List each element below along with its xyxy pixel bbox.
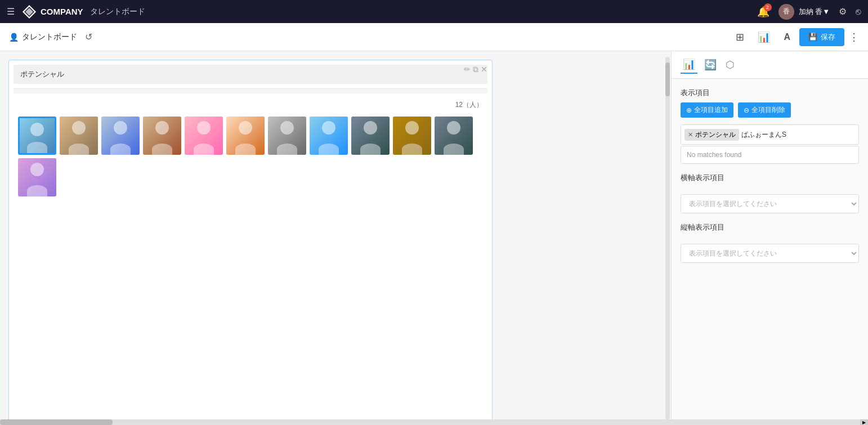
nav-title: タレントボード xyxy=(90,7,145,17)
hamburger-menu-icon[interactable]: ☰ xyxy=(7,6,15,17)
panel-content: 表示項目 ⊕ 全項目追加 ⊖ 全項目削除 ✕ ポテンシャル xyxy=(672,79,868,272)
nav-left: ☰ COMPANY タレントボード xyxy=(7,4,145,20)
list-item[interactable] xyxy=(226,117,265,155)
h-scrollbar-thumb[interactable] xyxy=(0,419,113,425)
tab-chart-icon[interactable]: 📊 xyxy=(681,56,697,74)
toolbar-center: ⊞ 📊 A xyxy=(731,29,795,46)
list-item[interactable] xyxy=(351,117,390,155)
add-all-button[interactable]: ⊕ 全項目追加 xyxy=(681,102,733,118)
logout-icon[interactable]: ⎋ xyxy=(856,7,861,17)
avatar: 香 xyxy=(778,4,794,20)
tag-value: ポテンシャル xyxy=(695,130,736,140)
v-axis-label: 縦軸表示項目 xyxy=(681,222,859,232)
content-area: ✏ ⧉ ✕ ポテンシャル 12（人） xyxy=(0,51,671,425)
list-item[interactable] xyxy=(310,117,348,155)
page-title: 👤 タレントボード xyxy=(9,32,77,42)
avatars-grid xyxy=(14,112,487,201)
add-all-label: 全項目追加 xyxy=(694,105,728,115)
company-logo: COMPANY xyxy=(21,4,83,20)
toolbar-left: 👤 タレントボード ↺ xyxy=(9,29,727,44)
more-options-button[interactable]: ⋮ xyxy=(849,31,859,43)
tag-input-area[interactable]: ✕ ポテンシャル xyxy=(681,124,859,145)
list-item[interactable] xyxy=(101,117,140,155)
board-card: ✏ ⧉ ✕ ポテンシャル 12（人） xyxy=(8,60,493,425)
scrollbar-thumb[interactable] xyxy=(665,62,670,96)
toolbar: 👤 タレントボード ↺ ⊞ 📊 A 💾 保存 ⋮ xyxy=(0,23,868,51)
save-label: 保存 xyxy=(821,32,835,42)
tag-item: ✕ ポテンシャル xyxy=(684,129,739,141)
text-view-button[interactable]: A xyxy=(779,30,795,44)
notification-bell[interactable]: 🔔 2 xyxy=(757,6,769,18)
logo-icon xyxy=(21,4,37,20)
horizontal-scrollbar[interactable]: ▶ xyxy=(0,419,868,425)
h-axis-select[interactable]: 表示項目を選択してください xyxy=(681,194,859,213)
user-name: 加納 香▼ xyxy=(799,7,830,17)
edit-icon[interactable]: ✏ xyxy=(464,65,471,74)
grid-view-button[interactable]: ⊞ xyxy=(731,29,749,46)
tab-hexagon-icon[interactable]: ⬡ xyxy=(723,56,737,73)
no-matches-text: No matches found xyxy=(681,146,858,163)
list-item[interactable] xyxy=(143,117,181,155)
undo-button[interactable]: ↺ xyxy=(83,29,95,44)
v-axis-section: 縦軸表示項目 表示項目を選択してください xyxy=(681,222,859,263)
remove-all-label: 全項目削除 xyxy=(751,105,785,115)
h-axis-section: 横軸表示項目 表示項目を選択してください xyxy=(681,173,859,213)
panel-tabs: 📊 🔄 ⬡ xyxy=(672,51,868,79)
list-item[interactable] xyxy=(18,158,56,196)
gear-icon[interactable]: ⚙ xyxy=(839,6,847,17)
copy-icon[interactable]: ⧉ xyxy=(473,65,478,74)
chart-view-button[interactable]: 📊 xyxy=(753,29,775,46)
company-name: COMPANY xyxy=(41,7,83,16)
tab-refresh-icon[interactable]: 🔄 xyxy=(702,56,719,73)
right-panel: 📊 🔄 ⬡ 表示項目 ⊕ 全項目追加 ⊖ 全項目削除 ✕ ポテンシ xyxy=(671,51,868,425)
card-actions: ✏ ⧉ ✕ xyxy=(464,65,487,74)
top-navigation: ☰ COMPANY タレントボード 🔔 2 香 加納 香▼ ⚙ ⎋ xyxy=(0,0,868,23)
tag-search-input[interactable] xyxy=(741,131,826,138)
notification-badge: 2 xyxy=(764,3,772,11)
save-button[interactable]: 💾 保存 xyxy=(799,28,844,46)
list-item[interactable] xyxy=(18,117,56,155)
remove-icon: ⊖ xyxy=(744,106,749,114)
list-item[interactable] xyxy=(435,117,473,155)
dropdown-list: No matches found xyxy=(681,146,859,164)
board-section-header: ポテンシャル xyxy=(14,65,487,84)
count-label: 12（人） xyxy=(14,98,487,112)
vertical-scrollbar[interactable] xyxy=(665,57,670,419)
remove-all-button[interactable]: ⊖ 全項目削除 xyxy=(738,102,791,118)
v-axis-select[interactable]: 表示項目を選択してください xyxy=(681,244,859,263)
page-title-text: タレントボード xyxy=(22,32,77,42)
tag-close-icon[interactable]: ✕ xyxy=(688,131,693,138)
user-menu[interactable]: 香 加納 香▼ xyxy=(778,4,830,20)
display-items-label: 表示項目 xyxy=(681,88,859,98)
list-item[interactable] xyxy=(393,117,431,155)
main-layout: ✏ ⧉ ✕ ポテンシャル 12（人） xyxy=(0,51,868,425)
page-title-icon: 👤 xyxy=(9,33,19,42)
list-item[interactable] xyxy=(185,117,223,155)
nav-right: 🔔 2 香 加納 香▼ ⚙ ⎋ xyxy=(757,4,861,20)
delete-icon[interactable]: ✕ xyxy=(481,65,487,74)
save-icon: 💾 xyxy=(808,33,817,41)
h-scroll-arrow[interactable]: ▶ xyxy=(860,419,868,425)
board-content: 12（人） xyxy=(9,93,492,205)
section-label: ポテンシャル xyxy=(20,70,64,78)
h-axis-label: 横軸表示項目 xyxy=(681,173,859,183)
button-group: ⊕ 全項目追加 ⊖ 全項目削除 xyxy=(681,102,859,118)
list-item[interactable] xyxy=(60,117,98,155)
list-item[interactable] xyxy=(268,117,306,155)
toolbar-right: 💾 保存 ⋮ xyxy=(799,28,859,46)
add-icon: ⊕ xyxy=(686,106,692,114)
